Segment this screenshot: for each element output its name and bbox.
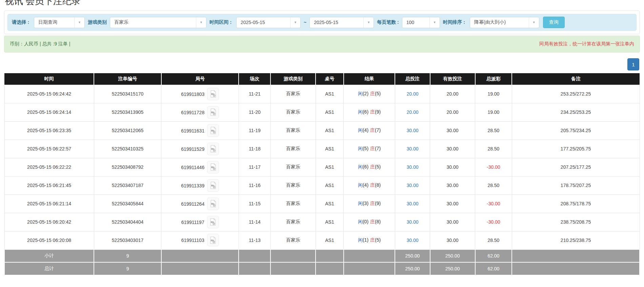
cell-round-no: 619911446 xyxy=(161,158,239,176)
cell-total-bet: 30.00 xyxy=(395,140,430,158)
total-bet-link[interactable]: 20.00 xyxy=(406,91,418,97)
chevron-down-icon: ▼ xyxy=(529,17,539,28)
query-mode-select[interactable]: 日期查询 ▼ xyxy=(34,17,85,28)
cell-bet-no: 522503407187 xyxy=(94,176,161,194)
cell-bet-no: 522503410325 xyxy=(94,140,161,158)
cell-round-no: 619911103 xyxy=(161,231,239,249)
footer-session xyxy=(239,262,270,275)
search-button[interactable]: 查询 xyxy=(543,17,565,28)
round-no-text: 619911197 xyxy=(181,219,204,225)
total-bet-link[interactable]: 30.00 xyxy=(406,183,418,188)
total-bet-link[interactable]: 30.00 xyxy=(406,164,418,170)
video-replay-button[interactable] xyxy=(207,161,219,173)
page-1-button[interactable]: 1 xyxy=(627,58,639,70)
total-bet-link[interactable]: 30.00 xyxy=(406,201,418,206)
cell-payout: -30.00 xyxy=(475,194,512,213)
result-banker-points: (5) xyxy=(375,237,381,243)
cell-result: 闲(4)庄(8) xyxy=(344,176,395,194)
total-bet-link[interactable]: 20.00 xyxy=(406,109,418,115)
date-to-select[interactable]: 2025-05-15 ▼ xyxy=(309,17,374,28)
round-no-text: 619911446 xyxy=(181,164,204,170)
cell-remark: 210.25/238.75 xyxy=(512,231,640,249)
cell-game-type: 百家乐 xyxy=(270,194,316,213)
total-bet-link[interactable]: 30.00 xyxy=(406,238,418,243)
cell-payout: 28.50 xyxy=(475,140,512,158)
video-replay-button[interactable] xyxy=(207,143,219,155)
round-no-text: 619911631 xyxy=(181,128,204,133)
footer-valid-bet: 250.00 xyxy=(430,249,475,262)
table-row: 2025-05-15 06:20:08522503403017619911103… xyxy=(4,231,640,249)
cell-table-no: AS1 xyxy=(316,85,343,103)
video-replay-button[interactable] xyxy=(207,198,219,210)
result-player: 闲 xyxy=(358,237,363,243)
valid-bet-notice: 同局有效投注，统一计算在该局第一张注单内 xyxy=(539,41,634,47)
video-file-icon xyxy=(209,108,217,116)
result-banker: 庄 xyxy=(370,164,375,169)
cell-session: 11-14 xyxy=(239,213,270,231)
cell-round-no: 619911197 xyxy=(161,213,239,231)
cell-session: 11-19 xyxy=(239,121,270,140)
cell-result: 闲(6)庄(9) xyxy=(344,103,395,121)
video-replay-button[interactable] xyxy=(207,88,219,100)
footer-label: 小计 xyxy=(4,249,94,262)
header-result: 结果 xyxy=(344,73,395,85)
video-replay-button[interactable] xyxy=(207,106,219,119)
footer-game-type xyxy=(270,249,316,262)
footer-total-bet: 250.00 xyxy=(395,262,430,275)
date-from-select[interactable]: 2025-05-15 ▼ xyxy=(236,17,301,28)
video-replay-button[interactable] xyxy=(207,179,219,192)
game-type-value: 百家乐 xyxy=(110,19,196,25)
cell-time: 2025-05-15 06:21:45 xyxy=(4,176,94,194)
header-game-type: 游戏类别 xyxy=(270,73,316,85)
cell-remark: 178.75/207.25 xyxy=(512,176,640,194)
cell-session: 11-17 xyxy=(239,158,270,176)
video-file-icon xyxy=(209,200,217,208)
time-sort-select[interactable]: 降幂(由大到小) ▼ xyxy=(470,17,539,28)
result-banker-points: (9) xyxy=(375,109,381,115)
result-player: 闲 xyxy=(358,164,363,169)
video-replay-button[interactable] xyxy=(207,124,219,137)
cell-session: 11-13 xyxy=(239,231,270,249)
cell-round-no: 619911529 xyxy=(161,140,239,158)
result-banker-points: (9) xyxy=(375,201,381,206)
footer-remark xyxy=(512,262,640,275)
footer-round-no xyxy=(161,249,239,262)
result-player-points: (4) xyxy=(363,182,368,188)
cell-session: 11-16 xyxy=(239,176,270,194)
result-banker-points: (8) xyxy=(375,182,381,188)
header-total-bet: 总投注 xyxy=(395,73,430,85)
game-type-select[interactable]: 百家乐 ▼ xyxy=(110,17,206,28)
footer-remark xyxy=(512,249,640,262)
result-player-points: (1) xyxy=(363,237,368,243)
total-bet-link[interactable]: 30.00 xyxy=(406,128,418,133)
cell-result: 闲(2)庄(5) xyxy=(344,85,395,103)
video-file-icon xyxy=(209,181,217,189)
time-sort-label: 时间排序： xyxy=(443,19,467,25)
cell-table-no: AS1 xyxy=(316,103,343,121)
cell-payout: -30.00 xyxy=(475,158,512,176)
cell-valid-bet: 30.00 xyxy=(430,213,475,231)
page-size-select[interactable]: 100 ▼ xyxy=(402,17,440,28)
video-file-icon xyxy=(209,218,217,226)
chevron-down-icon: ▼ xyxy=(429,17,440,28)
cell-remark: 207.25/177.25 xyxy=(512,158,640,176)
result-player-points: (5) xyxy=(363,146,368,151)
result-player: 闲 xyxy=(358,127,363,133)
header-round-no: 局号 xyxy=(161,73,239,85)
chevron-down-icon: ▼ xyxy=(290,17,300,28)
footer-payout: 62.00 xyxy=(475,249,512,262)
cell-round-no: 619911728 xyxy=(161,103,239,121)
cell-total-bet: 20.00 xyxy=(395,103,430,121)
footer-count: 9 xyxy=(94,249,161,262)
video-replay-button[interactable] xyxy=(207,234,219,246)
total-bet-link[interactable]: 30.00 xyxy=(406,219,418,225)
footer-valid-bet: 250.00 xyxy=(430,262,475,275)
cell-valid-bet: 30.00 xyxy=(430,121,475,140)
total-bet-link[interactable]: 30.00 xyxy=(406,146,418,151)
video-replay-button[interactable] xyxy=(207,216,219,228)
table-row: 2025-05-15 06:23:35522503412065619911631… xyxy=(4,121,640,140)
result-player-points: (4) xyxy=(363,127,368,133)
cell-bet-no: 522503405844 xyxy=(94,194,161,213)
result-banker-points: (5) xyxy=(375,91,381,96)
filter-bar: 请选择： 日期查询 ▼ 游戏类别 百家乐 ▼ 时间区间： 2025-05-15 … xyxy=(7,14,637,31)
